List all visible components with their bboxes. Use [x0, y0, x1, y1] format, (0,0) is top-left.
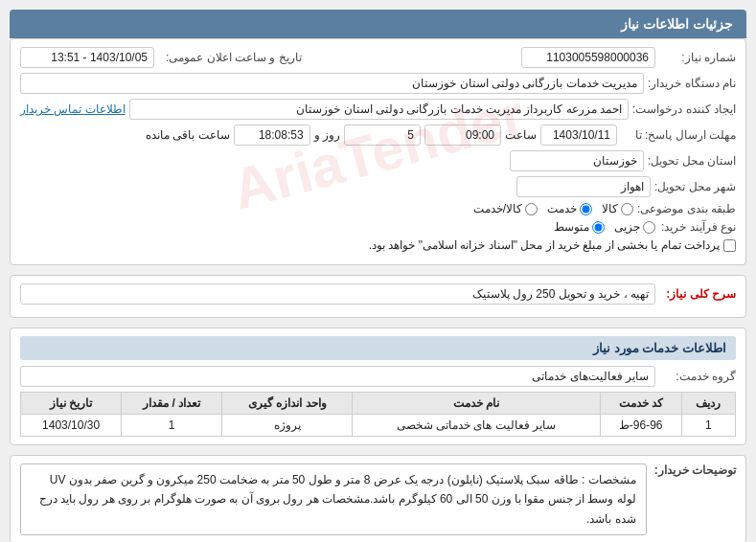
need-summary-label: سرح کلی نیاز:: [659, 287, 736, 301]
reply-remaining-label: ساعت باقی مانده: [146, 128, 230, 142]
col-date: تاریخ نیاز: [21, 393, 122, 415]
province-value: خوزستان: [510, 150, 644, 171]
process-label: نوع فرآیند خرید:: [659, 220, 736, 234]
cell-unit: پروژه: [222, 415, 353, 437]
col-row: ردیف: [681, 393, 735, 415]
category-radio-group: کالا خدمت کالا/خدمت: [473, 202, 633, 215]
description-text: مشخصات : طاقه سبک پلاستیک (نایلون) درجه …: [20, 463, 647, 535]
category-option-kala[interactable]: کالا: [602, 202, 633, 215]
col-code: کد خدمت: [600, 393, 681, 415]
creator-label: ایجاد کننده درخواست:: [632, 102, 736, 116]
reply-time: 09:00: [424, 124, 501, 146]
category-label: طبقه بندی موضوعی:: [637, 202, 736, 215]
payment-checkbox-row: پرداخت تمام یا بخشی از مبلغ خرید از محل …: [369, 238, 736, 252]
buyer-name-label: نام دستگاه خریدار:: [648, 77, 736, 90]
payment-checkbox[interactable]: [723, 239, 736, 252]
cell-row: 1: [681, 415, 735, 437]
need-number-value: 1103005598000036: [521, 47, 655, 68]
process-option-jozi[interactable]: جزیی: [614, 220, 655, 234]
table-row: 196-96-طسایر فعالیت های خدماتی شخصیپروژه…: [21, 415, 736, 437]
service-group-value: سایر فعالیت‌های خدماتی: [20, 366, 655, 387]
reply-days: 5: [344, 124, 421, 146]
col-unit: واحد اندازه گیری: [222, 393, 353, 415]
need-number-label: شماره نیاز:: [659, 51, 736, 64]
cell-date: 1403/10/30: [21, 415, 122, 437]
service-info-title: اطلاعات خدمات مورد نیاز: [20, 336, 736, 360]
payment-note: پرداخت تمام یا بخشی از مبلغ خرید از محل …: [369, 238, 720, 252]
category-option-kala-khedmat[interactable]: کالا/خدمت: [473, 202, 538, 215]
reply-days-label: روز و: [314, 128, 340, 142]
description-label: توضیحات خریدار:: [654, 463, 736, 477]
buyer-name-value: مدیریت خدمات بازرگانی دولتی استان خوزستا…: [20, 73, 644, 94]
col-count: تعداد / مقدار: [122, 393, 222, 415]
cell-code: 96-96-ط: [600, 415, 681, 437]
reply-remaining: 18:08:53: [234, 124, 310, 146]
service-group-label: گروه خدمت:: [659, 370, 736, 383]
province-label: استان محل تحویل:: [648, 154, 736, 168]
col-service: نام خدمت: [353, 393, 600, 415]
contact-link[interactable]: اطلاعات تماس خریدار: [20, 102, 126, 116]
process-option-motawaset[interactable]: متوسط: [554, 220, 605, 234]
city-label: شهر محل تحویل:: [654, 180, 736, 193]
reply-deadline-label: مهلت ارسال پاسخ: تا: [621, 128, 736, 142]
process-radio-group: جزیی متوسط: [554, 220, 655, 234]
category-option-khedmat[interactable]: خدمت: [547, 202, 592, 215]
service-table: ردیف کد خدمت نام خدمت واحد اندازه گیری ت…: [20, 392, 736, 437]
cell-service: سایر فعالیت های خدماتی شخصی: [353, 415, 600, 437]
city-value: اهواز: [516, 176, 651, 197]
page-title-text: جزئیات اطلاعات نیاز: [621, 16, 733, 32]
need-summary-value: تهیه ، خرید و تحویل 250 رول پلاستیک: [20, 283, 655, 305]
datetime-label: تاریخ و ساعت اعلان عمومی:: [166, 51, 302, 64]
cell-count: 1: [122, 415, 222, 437]
datetime-value: 1403/10/05 - 13:51: [20, 47, 154, 68]
page-title: جزئیات اطلاعات نیاز: [10, 10, 746, 38]
creator-value: احمد مزرعه کاربرداز مدیریت خدمات بازرگان…: [129, 99, 629, 120]
reply-date: 1403/10/11: [540, 124, 617, 146]
